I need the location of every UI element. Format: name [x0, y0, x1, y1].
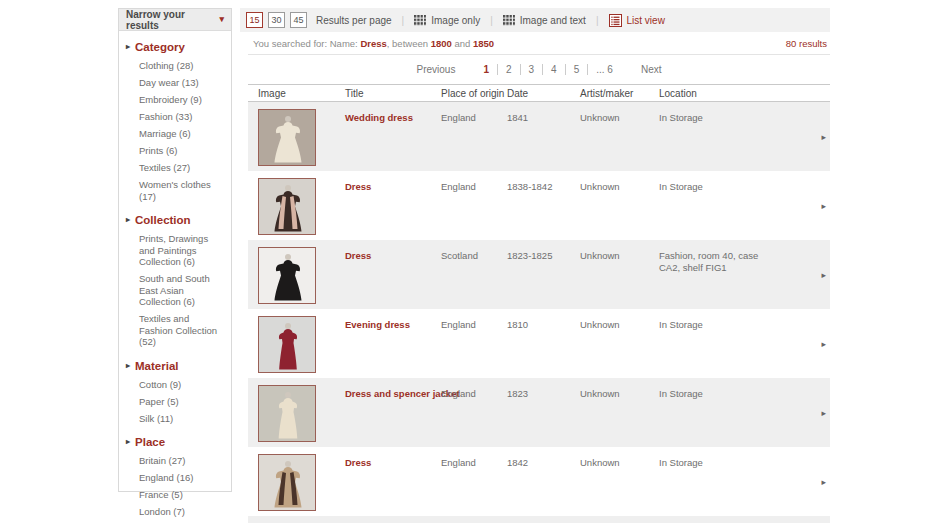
facet-item[interactable]: France (5) — [139, 489, 224, 501]
object-thumbnail[interactable] — [258, 247, 316, 304]
object-place: England — [441, 457, 476, 468]
view-list-button[interactable]: List view — [609, 14, 665, 27]
pagination-next[interactable]: Next — [641, 64, 662, 75]
facet-item[interactable]: Day wear (13) — [139, 77, 224, 89]
facet-heading-label: Category — [135, 41, 185, 53]
results-table-header: Image Title Place of origin Date Artist/… — [248, 84, 830, 102]
table-row[interactable]: Dress England 1838-1842 Unknown In Stora… — [248, 171, 830, 240]
pagination-page-3[interactable]: 3 — [520, 64, 543, 75]
chevron-right-icon — [126, 438, 130, 446]
view-image-only-button[interactable]: Image only — [414, 15, 480, 26]
pagination-page-2[interactable]: 2 — [497, 64, 520, 75]
search-summary-prefix: You searched for: Name: — [253, 38, 360, 49]
table-row[interactable] — [248, 516, 830, 523]
row-chevron-icon[interactable] — [821, 408, 826, 418]
object-title-link[interactable]: Evening dress — [345, 319, 410, 330]
facet-heading-place[interactable]: Place — [126, 436, 224, 448]
facet-heading-material[interactable]: Material — [126, 360, 224, 372]
row-chevron-icon[interactable] — [821, 477, 826, 487]
table-row[interactable]: Wedding dress England 1841 Unknown In St… — [248, 102, 830, 171]
view-image-and-text-button[interactable]: Image and text — [503, 15, 586, 26]
object-thumbnail[interactable] — [258, 316, 316, 373]
facet-item[interactable]: Prints (6) — [139, 145, 224, 157]
object-artist: Unknown — [580, 181, 620, 192]
object-artist: Unknown — [580, 250, 620, 261]
table-row[interactable]: Dress Scotland 1823-1825 Unknown Fashion… — [248, 240, 830, 309]
facet-item[interactable]: Clothing (28) — [139, 60, 224, 72]
search-term: Dress — [360, 38, 386, 49]
facet-item[interactable]: Fashion (33) — [139, 111, 224, 123]
column-header-date: Date — [507, 88, 528, 99]
search-summary-row: You searched for: Name: Dress, between 1… — [248, 32, 830, 55]
column-header-image: Image — [258, 88, 286, 99]
narrow-results-header[interactable]: Narrow your results — [119, 9, 231, 31]
object-title-link[interactable]: Dress — [345, 457, 371, 468]
results-toolbar: 15 30 45 Results per page | Image only |… — [240, 8, 830, 32]
object-location: In Storage — [659, 457, 761, 469]
object-thumbnail[interactable] — [258, 385, 316, 442]
column-header-artist: Artist/maker — [580, 88, 633, 99]
page-size-15-button[interactable]: 15 — [246, 12, 263, 28]
object-location: In Storage — [659, 319, 761, 331]
object-date: 1838-1842 — [507, 181, 552, 192]
results-main: 15 30 45 Results per page | Image only |… — [240, 8, 830, 523]
facet-heading-label: Place — [135, 436, 165, 448]
object-place: England — [441, 319, 476, 330]
view-option-label: Image and text — [520, 15, 586, 26]
object-thumbnail[interactable] — [258, 454, 316, 511]
chevron-down-icon — [219, 15, 224, 24]
facet-section-place: Place Britain (27) England (16) France (… — [126, 436, 224, 518]
facet-item[interactable]: Textiles (27) — [139, 162, 224, 174]
row-chevron-icon[interactable] — [821, 270, 826, 280]
facet-item[interactable]: Paper (5) — [139, 396, 224, 408]
row-chevron-icon[interactable] — [821, 201, 826, 211]
facet-item[interactable]: Prints, Drawings and Paintings Collectio… — [139, 233, 224, 268]
object-title-link[interactable]: Dress — [345, 181, 371, 192]
object-place: England — [441, 112, 476, 123]
pagination-page-5[interactable]: 5 — [565, 64, 588, 75]
table-row[interactable]: Dress England 1842 Unknown In Storage — [248, 447, 830, 516]
object-artist: Unknown — [580, 112, 620, 123]
object-thumbnail[interactable] — [258, 109, 316, 166]
toolbar-divider: | — [596, 15, 599, 26]
pagination-page-6[interactable]: ... 6 — [587, 64, 621, 75]
search-summary: You searched for: Name: Dress, between 1… — [253, 38, 494, 49]
pagination-previous[interactable]: Previous — [417, 64, 456, 75]
page-size-45-button[interactable]: 45 — [290, 12, 307, 28]
table-row[interactable]: Evening dress England 1810 Unknown In St… — [248, 309, 830, 378]
facet-item[interactable]: Textiles and Fashion Collection (52) — [139, 313, 224, 348]
row-chevron-icon[interactable] — [821, 339, 826, 349]
facet-item[interactable]: Silk (11) — [139, 413, 224, 425]
row-chevron-icon[interactable] — [821, 132, 826, 142]
facet-item[interactable]: Marriage (6) — [139, 128, 224, 140]
toolbar-divider: | — [490, 15, 493, 26]
pagination-page-4[interactable]: 4 — [542, 64, 565, 75]
object-date: 1823 — [507, 388, 528, 399]
search-year-to: 1850 — [473, 38, 494, 49]
pagination: Previous 1 2 3 4 5 ... 6 Next — [248, 55, 830, 84]
grid-icon — [414, 15, 426, 26]
facet-item[interactable]: Embroidery (9) — [139, 94, 224, 106]
facet-heading-collection[interactable]: Collection — [126, 214, 224, 226]
facet-item[interactable]: London (7) — [139, 506, 224, 518]
chevron-right-icon — [126, 43, 130, 51]
search-summary-between: , between — [387, 38, 431, 49]
facet-heading-category[interactable]: Category — [126, 41, 224, 53]
page-size-30-button[interactable]: 30 — [268, 12, 285, 28]
object-artist: Unknown — [580, 388, 620, 399]
search-summary-and: and — [452, 38, 473, 49]
pagination-page-1[interactable]: 1 — [475, 64, 497, 75]
object-title-link[interactable]: Wedding dress — [345, 112, 413, 123]
facet-item[interactable]: Britain (27) — [139, 455, 224, 467]
object-thumbnail[interactable] — [258, 178, 316, 235]
facet-item[interactable]: Women's clothes (17) — [139, 179, 224, 202]
facet-section-category: Category Clothing (28) Day wear (13) Emb… — [126, 41, 224, 202]
table-row[interactable]: Dress and spencer jacket England 1823 Un… — [248, 378, 830, 447]
facet-item[interactable]: England (16) — [139, 472, 224, 484]
chevron-right-icon — [126, 362, 130, 370]
view-option-label: Image only — [431, 15, 480, 26]
facet-item[interactable]: South and South East Asian Collection (6… — [139, 273, 224, 308]
object-title-link[interactable]: Dress — [345, 250, 371, 261]
results-count: 80 results — [786, 38, 827, 49]
facet-item[interactable]: Cotton (9) — [139, 379, 224, 391]
